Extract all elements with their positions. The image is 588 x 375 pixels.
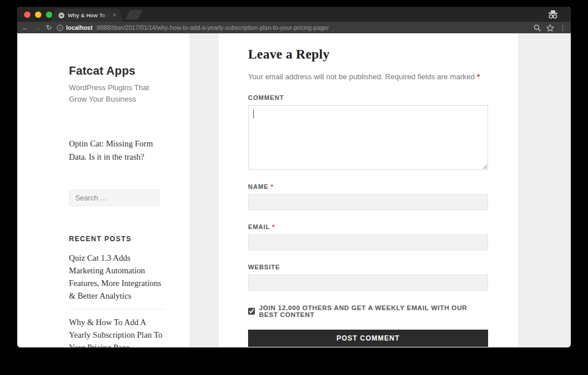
comment-label: COMMENT — [248, 94, 488, 101]
text-caret — [253, 110, 254, 118]
forward-icon: → — [34, 24, 41, 31]
tab-title: Why & How To Add A Yearly S — [68, 12, 109, 18]
recent-post-link[interactable]: Quiz Cat 1.3 Adds Marketing Automation F… — [69, 252, 164, 302]
window-minimize-button[interactable] — [35, 11, 41, 18]
browser-tab[interactable]: Why & How To Add A Yearly S × — [51, 9, 124, 22]
recent-post-link[interactable]: Why & How To Add A Yearly Subscription P… — [69, 316, 164, 347]
reload-icon[interactable]: ↻ — [46, 24, 52, 31]
email-label: EMAIL * — [248, 223, 488, 230]
site-title[interactable]: Fatcat Apps — [69, 64, 167, 78]
url-host: localhost — [66, 24, 92, 31]
window-maximize-button[interactable] — [46, 11, 52, 18]
tab-close-icon[interactable]: × — [113, 13, 116, 18]
browser-window: Why & How To Add A Yearly S × ← → ↻ i lo… — [17, 7, 571, 347]
search-input[interactable] — [69, 190, 160, 206]
site-favicon-icon — [59, 13, 64, 18]
page-viewport: Fatcat Apps WordPress Plugins That Grow … — [17, 33, 571, 347]
window-controls — [24, 11, 52, 18]
new-tab-button[interactable] — [125, 10, 142, 20]
site-info-icon[interactable]: i — [57, 25, 63, 31]
menu-dots-icon[interactable]: ⋮ — [559, 24, 566, 31]
form-notice-text: Your email address will not be published… — [248, 72, 475, 81]
newsletter-checkbox[interactable] — [248, 308, 255, 315]
name-label-text: NAME — [248, 183, 269, 190]
name-field[interactable] — [248, 194, 488, 210]
divider — [69, 309, 164, 310]
post-comment-button[interactable]: POST COMMENT — [248, 330, 488, 347]
required-asterisk: * — [477, 72, 479, 81]
browser-toolbar: ← → ↻ i localhost :8888/titan/2017/01/14… — [17, 22, 571, 33]
email-label-text: EMAIL — [248, 223, 270, 230]
zoom-icon[interactable] — [533, 24, 541, 32]
toolbar-actions: ⋮ — [533, 24, 566, 32]
reply-heading: Leave a Reply — [248, 47, 488, 62]
website-label: WEBSITE — [248, 264, 488, 270]
email-field[interactable] — [248, 234, 488, 250]
site-tagline: WordPress Plugins That Grow Your Busines… — [69, 82, 155, 105]
recent-posts-heading: RECENT POSTS — [69, 235, 167, 243]
comment-field-wrap — [248, 105, 488, 170]
required-asterisk: * — [270, 183, 273, 190]
comment-textarea[interactable] — [248, 105, 488, 170]
comment-section: Leave a Reply Your email address will no… — [219, 33, 518, 347]
back-icon[interactable]: ← — [22, 24, 29, 31]
url-path: :8888/titan/2017/01/14/why-how-to-add-a-… — [95, 24, 328, 31]
newsletter-label: JOIN 12,000 OTHERS AND GET A WEEKLY EMAI… — [259, 304, 488, 318]
incognito-icon — [548, 10, 558, 19]
address-bar[interactable]: i localhost :8888/titan/2017/01/14/why-h… — [57, 24, 528, 31]
bookmark-star-icon[interactable] — [546, 24, 554, 32]
required-asterisk: * — [272, 223, 275, 230]
window-close-button[interactable] — [24, 11, 30, 18]
name-label: NAME * — [248, 183, 488, 190]
website-field[interactable] — [248, 275, 488, 291]
sidebar-nav-link[interactable]: Optin Cat: Missing Form Data. Is it in t… — [69, 137, 162, 163]
tab-strip: Why & How To Add A Yearly S × — [17, 7, 571, 22]
form-notice: Your email address will not be published… — [248, 72, 488, 81]
sidebar: Fatcat Apps WordPress Plugins That Grow … — [17, 33, 189, 347]
newsletter-row: JOIN 12,000 OTHERS AND GET A WEEKLY EMAI… — [248, 304, 488, 318]
